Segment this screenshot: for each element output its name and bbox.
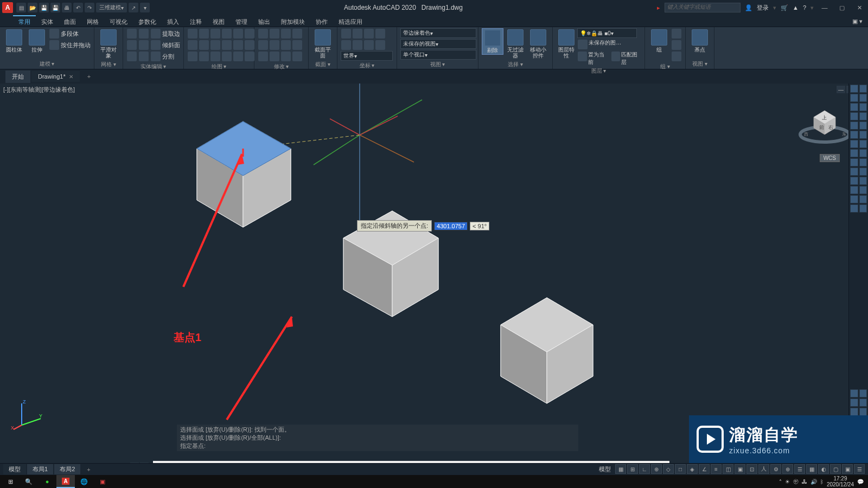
rect-icon[interactable]	[233, 29, 243, 38]
move-icon[interactable]	[258, 29, 268, 38]
array-icon[interactable]	[281, 52, 291, 61]
iso-toggle-icon[interactable]: ◇	[663, 464, 674, 474]
pal-icon[interactable]	[859, 399, 867, 407]
drawing-canvas[interactable]: [-][东南等轴测][带边缘着色] — ▢ ✕	[0, 84, 868, 463]
qat-saveas-icon[interactable]: 💾	[50, 3, 60, 12]
groupsm3-icon[interactable]	[672, 52, 681, 61]
pal-icon[interactable]	[859, 204, 867, 213]
share-arrow-icon[interactable]: ▸	[657, 4, 660, 11]
group-button[interactable]: 组	[648, 28, 670, 54]
fillet-icon[interactable]	[281, 40, 291, 50]
pal-icon[interactable]	[850, 408, 858, 416]
cube-3[interactable]	[501, 298, 593, 403]
tab-home[interactable]: 常用	[13, 15, 36, 27]
tab-solid[interactable]: 实体	[36, 15, 59, 27]
scale-icon[interactable]	[270, 52, 279, 61]
pal-icon[interactable]	[859, 149, 867, 157]
tab-mesh[interactable]: 网格	[81, 15, 104, 27]
extrude-button[interactable]: 拉伸	[26, 28, 48, 54]
ucs6-icon[interactable]	[353, 40, 362, 50]
panel-select-label[interactable]: 选择 ▾	[482, 60, 549, 69]
cylinder-button[interactable]: 圆柱体	[3, 28, 25, 54]
pal-icon[interactable]	[850, 112, 858, 120]
pal-icon[interactable]	[859, 389, 867, 397]
model-tab[interactable]: 模型	[3, 464, 26, 474]
panel-layer-label[interactable]: 图层 ▾	[556, 66, 641, 76]
layout-add-button[interactable]: +	[81, 465, 95, 474]
setcurrent-icon[interactable]	[578, 52, 587, 61]
pal-icon[interactable]	[850, 140, 858, 148]
pal-icon[interactable]	[859, 168, 867, 176]
start-tab[interactable]: 开始	[5, 70, 30, 83]
xline-icon[interactable]	[199, 40, 209, 50]
tab-collaborate[interactable]: 协作	[310, 15, 333, 27]
help-icon[interactable]: ?	[803, 4, 806, 11]
tab-close-icon[interactable]: ✕	[69, 74, 73, 80]
trim-icon[interactable]	[281, 29, 291, 38]
wcs-label[interactable]: WCS	[820, 154, 840, 162]
qat-open-icon[interactable]: 📂	[28, 3, 37, 12]
panel-mesh-label[interactable]: 网格 ▾	[98, 60, 119, 69]
search-input[interactable]: 键入关键字或短语	[665, 3, 741, 12]
tray-up-icon[interactable]: ˄	[779, 479, 782, 485]
visualstyle-dropdown[interactable]: 带边缘着色 ▾	[400, 28, 476, 38]
pal-icon[interactable]	[850, 158, 858, 166]
workspace-dropdown[interactable]: 三维建模 ▾	[96, 3, 127, 12]
ws-toggle-icon[interactable]: ⚙	[770, 464, 781, 474]
pal-icon[interactable]	[850, 389, 858, 397]
tab-insert[interactable]: 插入	[162, 15, 184, 27]
lwt-toggle-icon[interactable]: ≡	[711, 464, 722, 474]
pal-icon[interactable]	[850, 103, 858, 111]
tab-annotate[interactable]: 注释	[184, 15, 207, 27]
qp-toggle-icon[interactable]: ▣	[735, 464, 745, 474]
3dpoly-icon[interactable]	[233, 52, 243, 61]
ucs-icon[interactable]	[341, 29, 351, 38]
tray-net-icon[interactable]: 🖧	[802, 479, 807, 485]
powerpoint-icon[interactable]: ▣	[93, 475, 112, 488]
pal-icon[interactable]	[850, 85, 858, 93]
extractedges-button[interactable]: 提取边	[126, 28, 180, 39]
polysolid-button[interactable]: 多段体	[49, 28, 91, 39]
tab-output[interactable]: 输出	[253, 15, 276, 27]
hw-icon[interactable]: ◐	[818, 464, 829, 474]
panel-modeling-label[interactable]: 建模 ▾	[3, 59, 91, 69]
pal-icon[interactable]	[850, 195, 858, 203]
mirror-icon[interactable]	[270, 40, 279, 50]
circle-icon[interactable]	[210, 29, 220, 38]
pal-icon[interactable]	[859, 112, 867, 120]
viewport-dropdown[interactable]: 单个视口 ▾	[400, 50, 476, 60]
pal-icon[interactable]	[859, 158, 867, 166]
qp2-icon[interactable]: ▦	[806, 464, 817, 474]
nofilter-button[interactable]: 无过滤器	[505, 28, 526, 60]
matchlayer-icon[interactable]	[611, 52, 621, 61]
snap-toggle-icon[interactable]: ⊞	[627, 464, 638, 474]
tray-bt-icon[interactable]: ᛒ	[820, 479, 824, 485]
pal-icon[interactable]	[850, 149, 858, 157]
grid-toggle-icon[interactable]: ▦	[615, 464, 626, 474]
pal-icon[interactable]	[850, 204, 858, 213]
notification-icon[interactable]: 💬	[857, 479, 864, 485]
anno-toggle-icon[interactable]: 人	[758, 464, 769, 474]
app-logo[interactable]: A	[2, 2, 13, 13]
pal-icon[interactable]	[859, 103, 867, 111]
rotate-icon[interactable]	[270, 29, 279, 38]
ucs-icon-3d[interactable]: Z Y X	[11, 398, 43, 431]
polar-toggle-icon[interactable]: ⊕	[651, 464, 662, 474]
smooth-button[interactable]: 平滑对象	[98, 28, 119, 60]
world-dropdown[interactable]: 世界 ▾	[341, 51, 393, 61]
app-icon[interactable]: ▲	[793, 4, 799, 11]
tray-vol-icon[interactable]: 🔊	[810, 479, 817, 485]
layerprops-button[interactable]: 图层特性	[556, 28, 576, 60]
pal-icon[interactable]	[859, 85, 867, 93]
qat-redo-icon[interactable]: ↷	[85, 3, 94, 12]
3dosnap-toggle-icon[interactable]: ◈	[687, 464, 698, 474]
sectionplane-button[interactable]: 截面平面	[312, 28, 334, 60]
layer-dropdown[interactable]: 💡❄🔒🖶 ■ 0 ▾	[577, 28, 637, 38]
search-button[interactable]: 🔍	[20, 475, 38, 488]
wipeout-icon[interactable]	[222, 52, 232, 61]
pal-icon[interactable]	[850, 94, 858, 102]
tab-featured[interactable]: 精选应用	[333, 15, 368, 27]
ucs8-icon[interactable]	[375, 40, 385, 50]
pal-icon[interactable]	[859, 94, 867, 102]
annomon-icon[interactable]: ⊕	[782, 464, 793, 474]
